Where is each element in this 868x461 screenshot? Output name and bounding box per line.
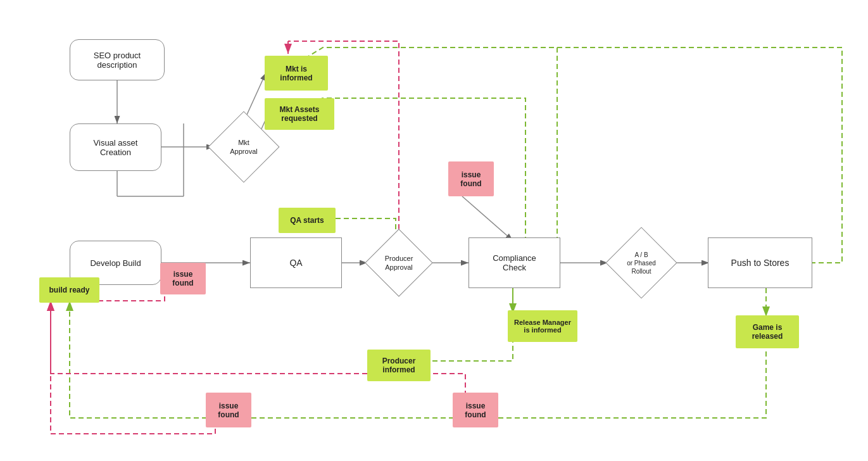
issue-found-1-node: issue found: [160, 263, 206, 294]
compliance-label: Compliance Check: [493, 253, 536, 272]
producer-approval-diamond: Producer Approval: [366, 237, 432, 288]
producer-informed-node: Producer informed: [367, 350, 431, 381]
mkt-informed-label: Mkt is informed: [280, 65, 312, 82]
issue2-label: issue found: [460, 170, 481, 188]
svg-line-18: [462, 196, 513, 241]
issue4-label: issue found: [465, 401, 486, 419]
qa-starts-label: QA starts: [290, 216, 324, 225]
ab-rollout-diamond-shape: [605, 227, 677, 298]
game-released-label: Game is released: [752, 323, 783, 341]
flowchart-canvas: SEO product description Visual asset Cre…: [0, 0, 868, 461]
compliance-check-node: Compliance Check: [469, 237, 560, 288]
producer-informed-label: Producer informed: [382, 357, 416, 374]
qa-node: QA: [250, 237, 342, 288]
issue-found-2-node: issue found: [448, 161, 494, 196]
qa-starts-node: QA starts: [279, 208, 336, 233]
visual-asset-node: Visual asset Creation: [70, 123, 161, 171]
producer-approval-diamond-shape: [365, 229, 432, 296]
build-ready-label: build ready: [49, 286, 89, 294]
push-stores-label: Push to Stores: [731, 258, 789, 268]
release-manager-node: Release Manager is informed: [508, 310, 577, 342]
seo-node: SEO product description: [70, 39, 165, 80]
build-ready-node: build ready: [39, 277, 99, 303]
mkt-assets-label: Mkt Assets requested: [280, 105, 320, 123]
issue-found-4-node: issue found: [453, 393, 498, 427]
ab-rollout-diamond: A / B or Phased Rollout: [607, 237, 676, 288]
issue3-label: issue found: [218, 401, 239, 419]
develop-label: Develop Build: [90, 258, 141, 268]
issue1-label: issue found: [172, 270, 193, 287]
mkt-informed-node: Mkt is informed: [265, 56, 328, 91]
issue-found-3-node: issue found: [206, 393, 251, 427]
mkt-assets-node: Mkt Assets requested: [265, 98, 334, 130]
visual-label: Visual asset Creation: [94, 138, 138, 157]
seo-label: SEO product description: [94, 51, 141, 70]
push-stores-node: Push to Stores: [708, 237, 812, 288]
qa-label: QA: [289, 258, 302, 268]
release-manager-label: Release Manager is informed: [514, 319, 571, 334]
game-released-node: Game is released: [736, 315, 799, 348]
